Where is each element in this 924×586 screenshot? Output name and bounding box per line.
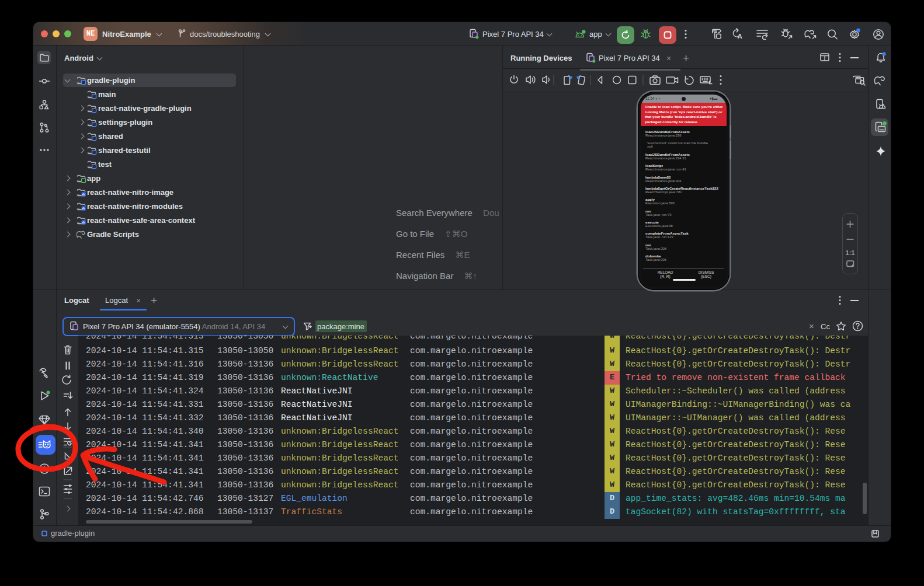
svg-text:A: A: [738, 33, 742, 40]
svg-text:1:1: 1:1: [846, 249, 855, 256]
